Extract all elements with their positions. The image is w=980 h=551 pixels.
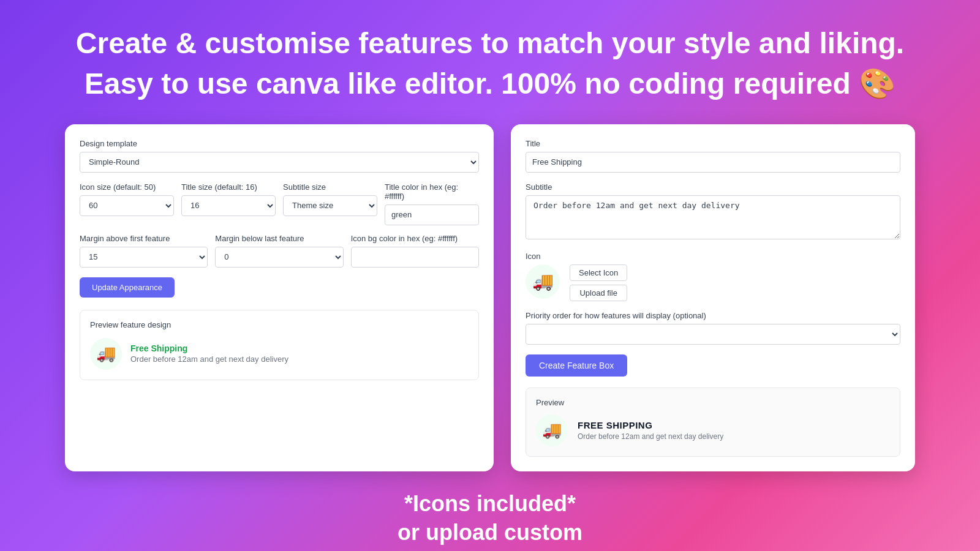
priority-select[interactable]: 1 2 3 (526, 324, 900, 345)
title-color-group: Title color in hex (eg: #ffffff) (385, 182, 479, 225)
update-appearance-button[interactable]: Update Appearance (80, 277, 175, 298)
create-feature-box-button[interactable]: Create Feature Box (526, 354, 627, 377)
design-template-select[interactable]: Simple-Round Simple Round Modern (80, 152, 479, 173)
icon-field-label: Icon (526, 252, 900, 261)
title-size-select[interactable]: 16 14 18 20 (181, 195, 276, 216)
hero-line2-bold: 100% no coding required (501, 67, 851, 100)
left-preview-icon: 🚚 (90, 338, 122, 370)
left-preview-title: Free Shipping (130, 343, 288, 353)
margin-above-label: Margin above first feature (80, 234, 208, 243)
title-color-input[interactable] (385, 204, 479, 225)
right-preview-subtitle: Order before 12am and get next day deliv… (578, 432, 723, 441)
right-preview-box: Preview 🚚 FREE SHIPPING Order before 12a… (526, 388, 900, 457)
hero-emoji: 🎨 (859, 67, 895, 100)
left-preview-text: Free Shipping Order before 12am and get … (130, 343, 288, 364)
subtitle-size-label: Subtitle size (283, 182, 377, 192)
upload-file-button[interactable]: Upload file (570, 285, 627, 301)
right-preview-icon: 🚚 (536, 414, 568, 446)
title-size-group: Title size (default: 16) 16 14 18 20 (181, 182, 276, 225)
right-preview-item: 🚚 FREE SHIPPING Order before 12am and ge… (536, 414, 890, 446)
icon-row: 🚚 Select Icon Upload file (526, 264, 900, 301)
hero-line2-normal: Easy to use canva like editor. (85, 67, 493, 100)
title-field-label: Title (526, 139, 900, 148)
form-row-2: Margin above first feature 15 0 5 10 20 … (80, 234, 479, 268)
design-template-label: Design template (80, 139, 479, 148)
select-icon-button[interactable]: Select Icon (570, 264, 627, 281)
bottom-line2: or upload custom (12, 519, 968, 547)
form-row-1: Icon size (default: 50) 60 50 40 70 Titl… (80, 182, 479, 225)
icon-buttons: Select Icon Upload file (570, 264, 627, 301)
subtitle-field-group: Subtitle Order before 12am and get next … (526, 182, 900, 242)
title-color-label: Title color in hex (eg: #ffffff) (385, 182, 479, 201)
icon-bg-group: Icon bg color in hex (eg: #ffffff) (351, 234, 479, 268)
title-input[interactable] (526, 152, 900, 173)
subtitle-textarea[interactable]: Order before 12am and get next day deliv… (526, 195, 900, 239)
icon-size-group: Icon size (default: 50) 60 50 40 70 (80, 182, 174, 225)
icon-size-label: Icon size (default: 50) (80, 182, 174, 192)
left-panel: Design template Simple-Round Simple Roun… (65, 124, 494, 471)
margin-above-group: Margin above first feature 15 0 5 10 20 (80, 234, 208, 268)
left-preview-subtitle: Order before 12am and get next day deliv… (130, 354, 288, 364)
right-preview-label: Preview (536, 398, 890, 407)
bottom-section: *Icons included* or upload custom (0, 471, 980, 547)
hero-section: Create & customise features to match you… (0, 0, 980, 124)
left-preview-label: Preview feature design (90, 320, 469, 329)
margin-above-select[interactable]: 15 0 5 10 20 (80, 247, 208, 268)
margin-below-label: Margin below last feature (215, 234, 343, 243)
icon-size-select[interactable]: 60 50 40 70 (80, 195, 174, 216)
priority-field-label: Priority order for how features will dis… (526, 311, 900, 320)
subtitle-size-select[interactable]: Theme size 12 14 16 (283, 195, 377, 216)
icon-bg-input[interactable] (351, 247, 479, 268)
subtitle-size-group: Subtitle size Theme size 12 14 16 (283, 182, 377, 225)
right-preview-text: FREE SHIPPING Order before 12am and get … (578, 420, 723, 441)
subtitle-field-label: Subtitle (526, 182, 900, 192)
margin-below-group: Margin below last feature 0 5 10 15 20 (215, 234, 343, 268)
bottom-line1: *Icons included* (12, 490, 968, 519)
panels-container: Design template Simple-Round Simple Roun… (0, 124, 980, 471)
right-icon-preview: 🚚 (526, 264, 560, 299)
priority-field-group: Priority order for how features will dis… (526, 311, 900, 345)
title-size-label: Title size (default: 16) (181, 182, 276, 192)
right-preview-title: FREE SHIPPING (578, 420, 723, 430)
right-panel: Title Subtitle Order before 12am and get… (511, 124, 915, 471)
title-field-group: Title (526, 139, 900, 173)
icon-bg-label: Icon bg color in hex (eg: #ffffff) (351, 234, 479, 243)
left-preview-section: Preview feature design 🚚 Free Shipping O… (80, 310, 479, 380)
design-template-group: Design template Simple-Round Simple Roun… (80, 139, 479, 173)
left-preview-item: 🚚 Free Shipping Order before 12am and ge… (90, 338, 469, 370)
hero-line1: Create & customise features to match you… (76, 27, 904, 59)
margin-below-select[interactable]: 0 5 10 15 20 (215, 247, 343, 268)
icon-section: Icon 🚚 Select Icon Upload file (526, 252, 900, 301)
